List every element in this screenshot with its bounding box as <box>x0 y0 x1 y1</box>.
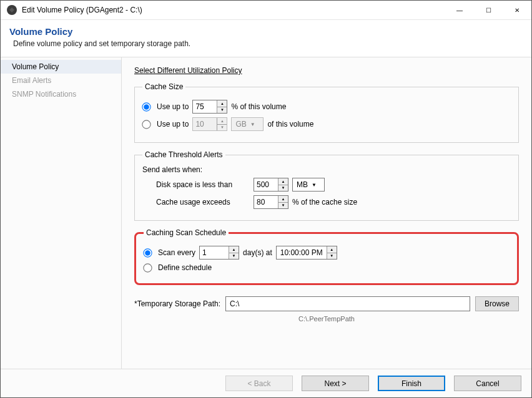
cache-size-absolute-input <box>193 118 217 130</box>
scan-time-value: 10:00:00 PM <box>277 246 327 259</box>
cache-size-percent-label: Use up to <box>157 102 189 111</box>
finish-button-label: Finish <box>401 379 421 388</box>
browse-button[interactable]: Browse <box>475 296 519 311</box>
cache-usage-suffix: % of the cache size <box>292 198 357 206</box>
spin-down-icon[interactable]: ▼ <box>217 107 227 114</box>
cache-size-percent-input[interactable] <box>193 100 217 113</box>
chevron-down-icon: ▼ <box>312 182 317 188</box>
cache-size-absolute-radio[interactable] <box>142 120 150 129</box>
disk-space-unit-combo[interactable]: MB ▼ <box>292 178 325 192</box>
back-button: < Back <box>225 376 293 391</box>
spin-up-icon[interactable]: ▲ <box>278 196 288 203</box>
cache-size-group: Cache Size Use up to ▲▼ % of this volume… <box>134 82 519 143</box>
page-header: Volume Policy Define volume policy and s… <box>1 20 531 57</box>
page-title: Volume Policy <box>9 26 523 37</box>
window-title: Edit Volume Policy (DGAgent2 - C:\) <box>22 6 142 14</box>
close-button[interactable]: ✕ <box>503 1 531 20</box>
threshold-intro: Send alerts when: <box>142 165 511 174</box>
cache-threshold-group: Cache Threshold Alerts Send alerts when:… <box>134 150 519 221</box>
combo-value: GB <box>235 120 246 129</box>
minimize-button[interactable]: — <box>445 1 474 20</box>
combo-value: MB <box>297 180 308 189</box>
spin-down-icon[interactable]: ▼ <box>278 203 288 209</box>
temp-storage-hint: C:\.PeerTempPath <box>134 315 519 323</box>
scan-every-days-input[interactable] <box>200 246 229 259</box>
cache-size-percent-radio[interactable] <box>142 102 150 111</box>
scan-every-unit: day(s) at <box>243 248 272 257</box>
temp-storage-input[interactable] <box>225 296 470 311</box>
scan-time-field[interactable]: 10:00:00 PM ▲▼ <box>276 246 337 260</box>
cache-size-absolute-label: Use up to <box>157 120 189 129</box>
sidebar: Volume Policy Email Alerts SNMP Notifica… <box>1 57 122 369</box>
spin-up-icon: ▲ <box>217 118 227 125</box>
content-pane: Select Different Utilization Policy Cach… <box>122 57 531 369</box>
spin-down-icon[interactable]: ▼ <box>278 185 288 192</box>
maximize-icon: ☐ <box>486 7 491 14</box>
titlebar: Edit Volume Policy (DGAgent2 - C:\) — ☐ … <box>1 1 531 20</box>
sidebar-item-label: SNMP Notifications <box>12 90 76 99</box>
disk-space-stepper[interactable]: ▲▼ <box>254 178 288 192</box>
cache-threshold-legend: Cache Threshold Alerts <box>142 150 225 159</box>
spin-up-icon[interactable]: ▲ <box>278 178 288 185</box>
page-subtitle: Define volume policy and set temporary s… <box>13 39 523 48</box>
minimize-icon: — <box>456 7 463 14</box>
spin-up-icon[interactable]: ▲ <box>217 100 227 107</box>
next-button[interactable]: Next > <box>302 376 369 391</box>
cache-size-absolute-unit-combo: GB ▼ <box>231 117 264 131</box>
back-button-label: < Back <box>247 379 270 388</box>
spin-down-icon[interactable]: ▼ <box>229 253 239 260</box>
chevron-down-icon: ▼ <box>250 122 255 127</box>
cache-size-percent-stepper[interactable]: ▲▼ <box>192 100 227 114</box>
sidebar-item-label: Email Alerts <box>12 76 51 85</box>
cancel-button[interactable]: Cancel <box>454 376 521 391</box>
maximize-button[interactable]: ☐ <box>474 1 503 20</box>
cancel-button-label: Cancel <box>476 379 499 388</box>
sidebar-item-email-alerts[interactable]: Email Alerts <box>1 74 121 87</box>
define-schedule-radio[interactable] <box>143 263 152 272</box>
spin-down-icon: ▼ <box>217 125 227 131</box>
caching-schedule-legend: Caching Scan Schedule <box>144 228 229 237</box>
cache-size-legend: Cache Size <box>142 82 185 91</box>
disk-space-label: Disk space is less than <box>156 180 250 189</box>
scan-every-label: Scan every <box>158 248 195 257</box>
disk-space-input[interactable] <box>254 178 278 191</box>
define-schedule-label: Define schedule <box>158 263 212 272</box>
cache-size-absolute-suffix: of this volume <box>267 120 313 129</box>
caching-schedule-group: Caching Scan Schedule Scan every ▲▼ day(… <box>134 228 519 285</box>
sidebar-item-label: Volume Policy <box>12 62 59 71</box>
cache-size-percent-suffix: % of this volume <box>231 102 286 111</box>
wizard-footer: < Back Next > Finish Cancel <box>1 369 531 397</box>
cache-size-absolute-stepper: ▲▼ <box>192 117 227 131</box>
app-icon <box>7 5 17 15</box>
scan-every-radio[interactable] <box>143 248 152 257</box>
scan-every-days-stepper[interactable]: ▲▼ <box>199 246 239 260</box>
temp-storage-label: *Temporary Storage Path: <box>134 299 220 308</box>
close-icon: ✕ <box>515 7 520 14</box>
finish-button[interactable]: Finish <box>378 376 445 391</box>
select-different-policy-link[interactable]: Select Different Utilization Policy <box>134 66 242 75</box>
cache-usage-input[interactable] <box>254 196 278 208</box>
spin-up-icon[interactable]: ▲ <box>327 246 337 253</box>
spin-up-icon[interactable]: ▲ <box>229 246 239 253</box>
cache-usage-stepper[interactable]: ▲▼ <box>254 195 288 209</box>
next-button-label: Next > <box>324 379 346 388</box>
sidebar-item-snmp-notifications[interactable]: SNMP Notifications <box>1 87 121 101</box>
cache-usage-label: Cache usage exceeds <box>156 198 250 206</box>
spin-down-icon[interactable]: ▼ <box>327 253 337 260</box>
browse-button-label: Browse <box>485 299 510 308</box>
sidebar-item-volume-policy[interactable]: Volume Policy <box>1 60 121 74</box>
